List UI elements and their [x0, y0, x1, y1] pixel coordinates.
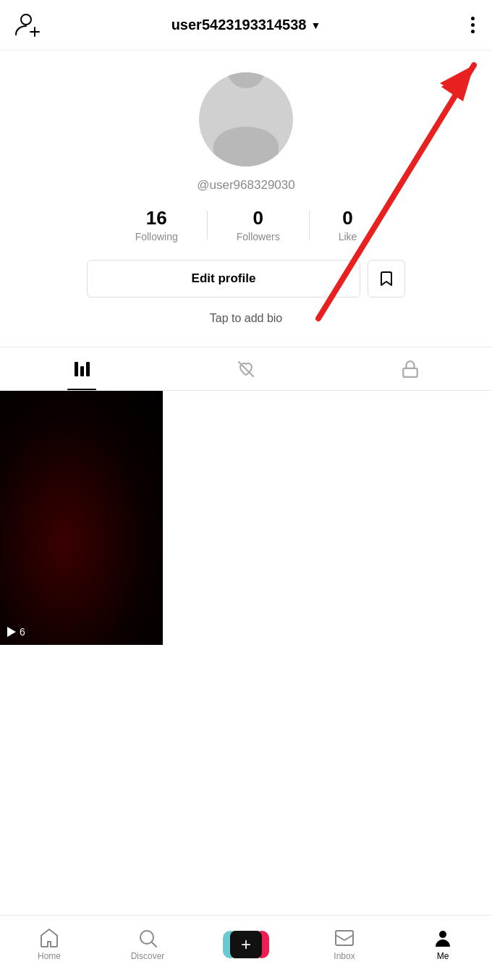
header-username: user5423193314538 — [171, 17, 307, 33]
avatar-body — [213, 127, 279, 166]
svg-rect-6 — [403, 368, 417, 376]
nav-inbox[interactable]: Inbox — [323, 928, 366, 961]
stats-row: 16 Following 0 Followers 0 Like — [106, 207, 386, 242]
nav-discover[interactable]: Discover — [126, 928, 169, 961]
inbox-icon — [334, 928, 355, 948]
video-grid: 6 — [0, 391, 492, 645]
video-play-count: 6 — [20, 626, 25, 638]
svg-point-10 — [439, 931, 446, 938]
nav-me[interactable]: Me — [421, 928, 465, 961]
avatar[interactable] — [199, 72, 293, 166]
me-icon — [433, 928, 453, 948]
liked-icon — [236, 359, 256, 379]
video-thumbnail[interactable]: 6 — [0, 391, 163, 645]
likes-label: Like — [339, 231, 357, 242]
bottom-nav: Home Discover + Inbox Me — [0, 915, 492, 980]
bookmark-icon — [378, 270, 395, 287]
action-buttons: Edit profile — [87, 260, 405, 297]
likes-count: 0 — [342, 207, 352, 229]
likes-stat[interactable]: 0 Like — [310, 207, 386, 242]
followers-count: 0 — [253, 207, 263, 229]
bookmark-button[interactable] — [368, 260, 405, 297]
avatar-head — [227, 72, 265, 88]
nav-me-label: Me — [437, 951, 449, 961]
nav-create[interactable]: + — [224, 931, 268, 958]
following-stat[interactable]: 16 Following — [106, 207, 207, 242]
more-options-button[interactable] — [434, 14, 478, 36]
tab-videos[interactable] — [0, 347, 164, 390]
svg-point-0 — [21, 14, 31, 25]
three-dots-icon[interactable] — [468, 14, 478, 36]
plus-icon: + — [241, 936, 251, 953]
followers-stat[interactable]: 0 Followers — [208, 207, 309, 242]
user-handle: @user968329030 — [197, 178, 294, 193]
nav-home-label: Home — [38, 951, 61, 961]
play-icon — [7, 627, 16, 637]
nav-discover-label: Discover — [131, 951, 165, 961]
tab-liked[interactable] — [164, 347, 328, 390]
discover-icon — [137, 928, 158, 948]
following-count: 16 — [146, 207, 167, 229]
followers-label: Followers — [237, 231, 280, 242]
dropdown-arrow-icon: ▼ — [311, 20, 321, 31]
edit-profile-button[interactable]: Edit profile — [87, 260, 360, 297]
profile-section: @user968329030 16 Following 0 Followers … — [0, 51, 492, 347]
create-button[interactable]: + — [227, 931, 265, 958]
lock-icon — [401, 360, 420, 379]
grid-icon — [75, 362, 90, 376]
bio-text[interactable]: Tap to add bio — [210, 312, 283, 325]
nav-home[interactable]: Home — [27, 928, 71, 961]
nav-inbox-label: Inbox — [334, 951, 355, 961]
username-dropdown[interactable]: user5423193314538 ▼ — [171, 17, 321, 33]
svg-rect-9 — [336, 931, 353, 945]
create-button-inner: + — [230, 931, 262, 958]
following-label: Following — [135, 231, 178, 242]
svg-line-8 — [152, 942, 156, 947]
add-user-button[interactable] — [14, 10, 58, 41]
video-play-info: 6 — [7, 626, 25, 638]
tabs-row — [0, 347, 492, 391]
tab-private[interactable] — [328, 347, 492, 390]
home-icon — [39, 928, 59, 948]
add-user-icon — [14, 10, 42, 38]
header: user5423193314538 ▼ — [0, 0, 492, 51]
